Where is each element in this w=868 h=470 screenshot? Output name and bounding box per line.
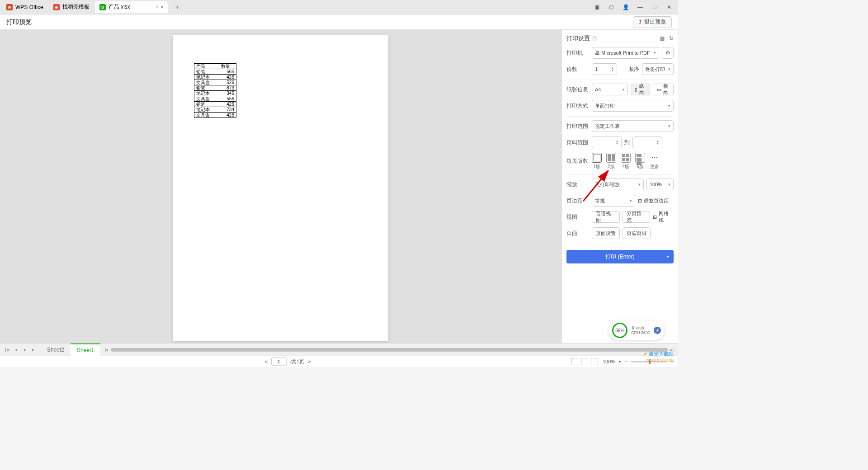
layout-icon[interactable]: ▥ [660,35,665,42]
settings-title: 打印设置 [566,34,590,42]
prev-sheet-button[interactable]: ◂ [12,346,20,354]
table-row: 笔记本426 [194,75,236,80]
page-from-input[interactable]: ▲▼ [592,136,622,148]
portrait-icon: ▯ [635,87,637,93]
page-break-button[interactable]: 分页预览 [623,211,651,223]
exit-icon: ⤴ [639,19,642,25]
margin-label: 页边距 [566,197,589,205]
next-sheet-button[interactable]: ▸ [21,346,29,354]
layout-4[interactable]: 4版 [621,153,631,170]
header-footer-button[interactable]: 页眉页脚 [623,227,651,239]
exit-label: 退出预览 [644,18,666,26]
range-select[interactable]: 选定工作表▾ [592,120,674,132]
page-to-input[interactable]: ▲▼ [632,136,662,148]
watermark: ✔ 极光下载站 www.xz7.com [643,351,674,362]
per-page-label: 每页版数 [566,153,589,165]
panel-icon[interactable]: ▣ [590,0,604,14]
scroll-left-icon[interactable]: |◂ [105,348,108,352]
copies-input[interactable]: 1 ▲▼ [592,63,617,75]
duplex-select[interactable]: 单面打印▾ [592,100,674,112]
to-label: 到 [624,139,630,146]
adjust-margin-button[interactable]: ⊞ 调整页边距 [638,195,669,207]
layout-1[interactable]: 1版 [592,153,602,170]
status-bar: < /共1页 > 100% ▾ − + [0,356,678,367]
minimize-button[interactable]: — [633,0,647,14]
layout-2[interactable]: 2版 [606,153,616,170]
dropdown-icon[interactable]: ▾ [161,5,163,9]
tab-bar: W WPS Office ◆ 找稻壳模板 S 产品.xlsx ○ ▾ + ▣ ⬡… [0,0,678,14]
zoom-out-button[interactable]: − [624,359,627,364]
tab-wps-office[interactable]: W WPS Office [2,1,48,13]
table-row: 笔记本346 [194,91,236,96]
col-header: 数量 [219,64,236,69]
landscape-icon: ▭ [657,87,661,93]
view-mode-2[interactable] [581,358,588,365]
tab-label: 产品.xlsx [108,3,130,11]
page-setup-button[interactable]: 页面设置 [592,227,620,239]
performance-badge[interactable]: 69% ⇅ 0K/s CPU 26°C ⚡ [609,321,665,340]
last-sheet-button[interactable]: ▸| [30,346,38,354]
zoom-value: 100% [603,359,615,364]
accel-icon[interactable]: ⚡ [654,327,661,334]
normal-view-button[interactable]: 普通视图 [592,211,620,223]
table-row: 铅笔873 [194,85,236,91]
cpu-temp: CPU 26°C [631,330,650,335]
margin-icon: ⊞ [638,198,642,204]
landscape-button[interactable]: ▭ 横向 [653,84,674,95]
refresh-icon[interactable]: ↻ [669,35,674,42]
close-button[interactable]: ✕ [662,0,676,14]
sheet-tab-sheet1[interactable]: Sheet1 [71,343,100,356]
paper-select[interactable]: A4▾ [592,84,628,95]
template-icon: ◆ [53,4,60,10]
gridlines-toggle[interactable]: ⊞ 网格线 [653,211,674,223]
add-tab-button[interactable]: + [171,1,183,13]
col-header: 产品 [194,64,219,69]
range-label: 打印范围 [566,122,589,130]
tab-label: WPS Office [15,4,43,10]
first-sheet-button[interactable]: |◂ [3,346,11,354]
maximize-button[interactable]: □ [647,0,662,14]
layout-more[interactable]: ⋯更多 [650,153,660,170]
tab-template[interactable]: ◆ 找稻壳模板 [49,1,94,13]
margin-select[interactable]: 常规▾ [592,195,635,207]
page-range-label: 页码范围 [566,139,589,146]
tab-file[interactable]: S 产品.xlsx ○ ▾ [95,1,168,13]
table-row: 笔记本734 [194,107,236,113]
prev-page-button[interactable]: < [264,359,267,364]
horizontal-scrollbar[interactable] [111,348,667,352]
avatar-icon[interactable]: 👤 [618,0,633,14]
page-number-input[interactable] [271,357,287,366]
table-row: 铅笔426 [194,102,236,107]
page-label: 页面 [566,230,589,237]
data-table: 产品 数量 铅笔565笔记本426文具盒526铅笔873笔记本346文具盒556… [194,63,236,118]
cube-icon[interactable]: ⬡ [604,0,618,14]
page-title: 打印预览 [6,18,32,26]
help-icon[interactable]: ? [592,36,597,41]
preview-area[interactable]: 产品 数量 铅笔565笔记本426文具盒526铅笔873笔记本346文具盒556… [0,30,561,343]
scale-label: 缩放 [566,181,589,188]
order-select[interactable]: 逐份打印▾ [642,63,674,75]
next-page-button[interactable]: > [308,359,311,364]
paper-label: 纸张信息 [566,86,589,94]
scale-percent-select[interactable]: 100%▾ [646,179,674,190]
print-button[interactable]: 打印 (Enter)▾ [566,250,674,263]
exit-preview-button[interactable]: ⤴ 退出预览 [633,16,672,28]
printer-settings-button[interactable]: ⚙ [662,47,674,59]
copies-label: 份数 [566,66,589,73]
view-label: 视图 [566,213,589,221]
total-pages: /共1页 [290,358,304,365]
printer-select[interactable]: 🖶 Microsoft Print to PDF▾ [592,47,659,59]
zoom-caret[interactable]: ▾ [619,360,621,364]
window-controls: ▣ ⬡ 👤 — □ ✕ [590,0,676,14]
table-row: 铅笔565 [194,69,236,75]
view-mode-3[interactable] [591,358,598,365]
portrait-button[interactable]: ▯ 纵向 [631,84,650,95]
tab-label: 找稻壳模板 [62,3,90,11]
spreadsheet-icon: S [99,4,106,10]
layout-6[interactable]: 6版 [635,153,645,170]
table-row: 文具盒556 [194,96,236,102]
view-mode-1[interactable] [571,358,578,365]
order-label: 顺序 [628,66,639,73]
sheet-tab-sheet2[interactable]: Sheet2 [41,343,71,356]
scale-select[interactable]: 无打印缩放▾ [592,179,644,190]
